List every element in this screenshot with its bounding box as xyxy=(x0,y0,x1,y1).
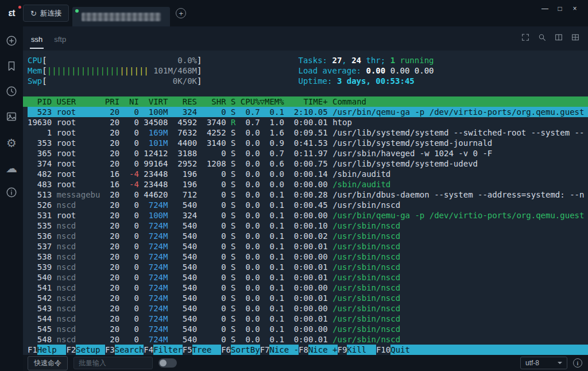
process-row[interactable]: 537 nscd 20 0 724M 540 0 S 0.0 0.1 0:00.… xyxy=(28,241,588,252)
sidebar-item-history[interactable] xyxy=(5,86,18,99)
sidebar-item-settings[interactable]: ⚙ xyxy=(5,137,18,149)
refresh-icon: ↻ xyxy=(30,9,37,18)
fkey-key: F9 xyxy=(338,345,347,355)
process-row[interactable]: 538 nscd 20 0 724M 540 0 S 0.0 0.1 0:00.… xyxy=(28,252,588,262)
process-row[interactable]: 542 nscd 20 0 724M 540 0 S 0.0 0.1 0:00.… xyxy=(28,293,588,303)
maximize-button[interactable]: □ xyxy=(552,5,567,13)
fkey-label[interactable]: Kill xyxy=(347,345,376,355)
new-connection-button[interactable]: ↻ 新连接 xyxy=(23,5,69,22)
close-button[interactable]: × xyxy=(567,5,582,13)
cpu-meter: CPU[0.0%] xyxy=(28,55,202,65)
grid-layout-icon[interactable] xyxy=(571,33,580,44)
sidebar-item-sync[interactable]: ☁ xyxy=(5,162,18,175)
fkey-label[interactable]: Setup xyxy=(76,345,105,355)
fkey-key: F3 xyxy=(105,345,115,355)
tab-bar: ↻ 新连接 + xyxy=(23,0,186,26)
fkey-key: F5 xyxy=(183,345,192,355)
process-row[interactable]: 374 root 20 0 99164 2952 1208 S 0.0 0.6 … xyxy=(28,159,588,169)
connection-status-dot xyxy=(75,9,79,13)
electerm-window: εt ↻ 新连接 + — □ × xyxy=(0,0,588,371)
process-row[interactable]: 1 root 20 0 169M 7632 4252 S 0.0 1.6 0:0… xyxy=(28,127,588,138)
fkey-key: F4 xyxy=(144,345,153,355)
process-row[interactable]: 548 nscd 20 0 724M 540 0 S 0.0 0.1 0:00.… xyxy=(28,334,588,345)
window-controls: — □ × xyxy=(537,0,588,26)
terminal[interactable]: CPU[0.0%] Mem[|||||||||||||||||||||101M/… xyxy=(23,51,588,355)
batch-input-toggle[interactable] xyxy=(158,358,177,368)
process-row[interactable]: 539 nscd 20 0 724M 540 0 S 0.0 0.1 0:00.… xyxy=(28,262,588,272)
cloud-icon: ☁ xyxy=(6,162,17,175)
plus-circle-icon xyxy=(5,34,18,49)
uptime: Uptime: 3 days, 00:53:45 xyxy=(298,76,434,86)
new-connection-label: 新连接 xyxy=(40,9,62,18)
tasks-summary: Tasks: 27, 24 thr; 1 running xyxy=(298,55,434,65)
fkey-key: F2 xyxy=(66,345,76,355)
image-icon xyxy=(5,110,18,125)
bookmark-icon xyxy=(5,60,18,75)
process-row[interactable]: 482 root 16 -4 23448 196 0 S 0.0 0.0 0:0… xyxy=(28,169,588,179)
bottom-bar: 快速命令 utf-8 i xyxy=(23,355,588,371)
app-logo[interactable]: εt xyxy=(0,0,23,26)
batch-input-field[interactable] xyxy=(74,357,153,369)
process-row[interactable]: 365 root 20 0 12412 3188 0 S 0.0 0.7 0:1… xyxy=(28,148,588,159)
sidebar-item-new-connection[interactable] xyxy=(5,36,18,48)
add-tab-button[interactable]: + xyxy=(176,8,186,18)
terminal-info-icon[interactable]: i xyxy=(573,358,582,368)
fkey-bar-filler xyxy=(410,345,588,355)
process-row[interactable]: 19630 root 20 0 34508 4592 3740 R 0.7 1.… xyxy=(28,117,588,127)
fkey-key: F6 xyxy=(221,345,231,355)
process-row[interactable]: 535 nscd 20 0 724M 540 0 S 0.0 0.1 0:00.… xyxy=(28,221,588,231)
tab-title-masked xyxy=(82,13,161,21)
process-row[interactable]: 513 messagebu 20 0 44620 712 0 S 0.0 0.1… xyxy=(28,190,588,200)
sidebar-item-images[interactable] xyxy=(5,111,18,124)
toggle-knob xyxy=(160,360,167,366)
tab-ssh[interactable]: ssh xyxy=(30,29,44,49)
process-table-header[interactable]: PID USER PRI NI VIRT RES SHR S CPU%▽MEM%… xyxy=(23,96,588,107)
tab-sftp[interactable]: sftp xyxy=(53,29,67,49)
fkey-label[interactable]: Nice - xyxy=(269,345,299,355)
swap-meter: Swp[0K/0K] xyxy=(28,76,202,86)
process-row[interactable]: 483 root 16 -4 23448 196 0 S 0.0 0.0 0:0… xyxy=(28,179,588,190)
clock-icon xyxy=(5,85,18,100)
split-screen-icon[interactable] xyxy=(554,33,563,44)
process-row[interactable]: 544 nscd 20 0 724M 540 0 S 0.0 0.1 0:00.… xyxy=(28,314,588,324)
encoding-value: utf-8 xyxy=(525,359,539,367)
process-row[interactable]: 541 nscd 20 0 724M 540 0 S 0.0 0.1 0:00.… xyxy=(28,283,588,293)
process-row[interactable]: 540 nscd 20 0 724M 540 0 S 0.0 0.1 0:00.… xyxy=(28,272,588,283)
process-row[interactable]: 545 nscd 20 0 724M 540 0 S 0.0 0.1 0:00.… xyxy=(28,324,588,334)
quick-command-button[interactable]: 快速命令 xyxy=(28,356,68,370)
function-key-bar: F1Help F2Setup F3SearchF4FilterF5Tree F6… xyxy=(23,345,588,355)
fkey-label[interactable]: Nice + xyxy=(308,345,338,355)
fkey-key: F7 xyxy=(260,345,270,355)
process-row[interactable]: 526 nscd 20 0 724M 540 0 S 0.0 0.1 0:00.… xyxy=(28,200,588,210)
process-row[interactable]: 523 root 20 0 100M 324 0 S 0.7 0.1 2:10.… xyxy=(28,107,588,117)
session-mode-bar: ssh sftp xyxy=(23,26,588,51)
fkey-label[interactable]: SortBy xyxy=(231,345,260,355)
fkey-key: F8 xyxy=(299,345,308,355)
fkey-label[interactable]: Quit xyxy=(390,345,410,355)
sidebar-item-bookmarks[interactable] xyxy=(5,61,18,74)
process-row[interactable]: 543 nscd 20 0 724M 540 0 S 0.0 0.1 0:00.… xyxy=(28,303,588,314)
process-row[interactable]: 531 root 20 0 100M 324 0 S 0.0 0.1 0:00.… xyxy=(28,210,588,221)
minimize-button[interactable]: — xyxy=(537,5,552,13)
fullscreen-icon[interactable] xyxy=(521,33,530,44)
process-row[interactable]: 353 root 20 0 101M 4400 3140 S 0.0 0.9 0… xyxy=(28,138,588,148)
title-bar: εt ↻ 新连接 + — □ × xyxy=(0,0,588,26)
encoding-select[interactable]: utf-8 xyxy=(520,357,567,369)
fkey-label[interactable]: Tree xyxy=(192,345,222,355)
fkey-label[interactable]: Filter xyxy=(153,345,183,355)
fkey-key: F1 xyxy=(28,345,37,355)
notification-dot xyxy=(18,6,21,9)
fkey-label[interactable]: Search xyxy=(115,345,144,355)
htop-meter-area: CPU[0.0%] Mem[|||||||||||||||||||||101M/… xyxy=(23,55,588,86)
gear-icon: ⚙ xyxy=(6,137,17,149)
info-icon xyxy=(5,186,18,201)
sidebar-item-about[interactable] xyxy=(5,187,18,200)
chevron-down-icon xyxy=(558,362,562,364)
search-icon[interactable] xyxy=(537,33,547,44)
mem-meter: Mem[|||||||||||||||||||||101M/468M] xyxy=(28,65,202,76)
session-tab[interactable] xyxy=(72,7,170,26)
fkey-key: F10 xyxy=(376,345,390,355)
load-average: Load average: 0.00 0.00 0.00 xyxy=(298,65,434,76)
process-row[interactable]: 536 nscd 20 0 724M 540 0 S 0.0 0.1 0:00.… xyxy=(28,231,588,241)
fkey-label[interactable]: Help xyxy=(37,345,67,355)
